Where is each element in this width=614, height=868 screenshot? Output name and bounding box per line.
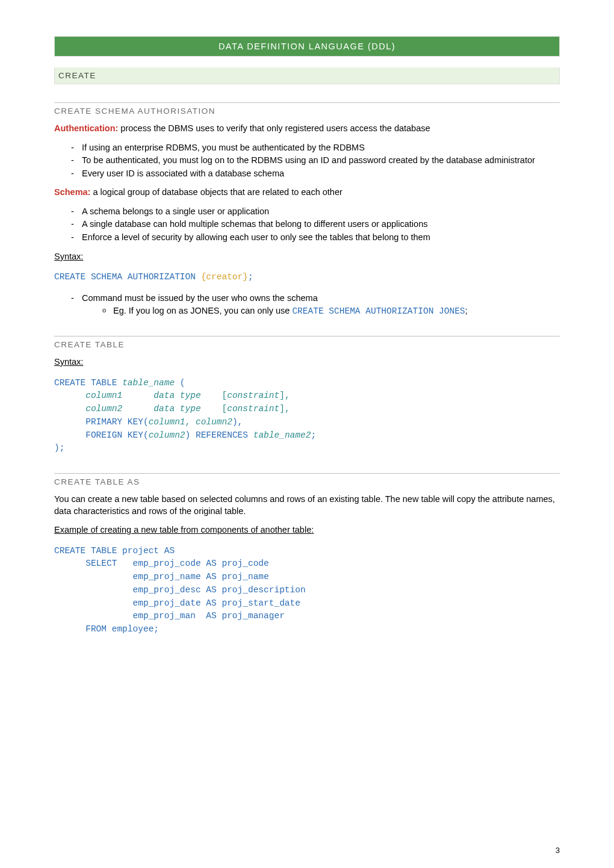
code-text: table_name2 — [253, 430, 311, 440]
section-create-heading: CREATE — [54, 67, 560, 84]
issued-text: Command must be issued by the user who o… — [82, 293, 318, 303]
rule — [54, 473, 560, 474]
code-text: data type — [154, 404, 200, 414]
eg-list: Eg. If you log on as JONES, you can only… — [82, 305, 560, 318]
page-container: DATA DEFINITION LANGUAGE (DDL) CREATE CR… — [0, 0, 614, 868]
code-text: ), — [232, 417, 243, 427]
syntax-label-1: Syntax: — [54, 251, 560, 263]
code-text — [201, 391, 222, 400]
auth-bullet-list: If using an enterprise RDBMS, you must b… — [54, 142, 560, 180]
code-line: FROM employee; — [54, 624, 159, 634]
ctas-paragraph: You can create a new table based on sele… — [54, 494, 560, 517]
code-line: emp_proj_name AS proj_name — [54, 572, 269, 581]
subhead-create-table: CREATE TABLE — [54, 340, 560, 349]
schema-auth-title: CREATE SCHEMA AUTHORISATION — [54, 107, 216, 116]
eg-code: CREATE SCHEMA AUTHORIZATION JONES — [292, 306, 465, 316]
subhead-schema-auth: CREATE SCHEMA AUTHORISATION — [54, 107, 560, 116]
code-create-table: CREATE TABLE table_name ( column1 data t… — [54, 377, 560, 456]
syntax-underline-1: Syntax: — [54, 252, 83, 261]
code-text: data type — [154, 391, 200, 400]
code-text: [ — [222, 404, 228, 414]
create-table-title: CREATE TABLE — [54, 340, 125, 349]
banner-title: DATA DEFINITION LANGUAGE (DDL) — [219, 42, 395, 51]
auth-paragraph: Authentication: process the DBMS uses to… — [54, 123, 560, 135]
syntax-label-2: Syntax: — [54, 356, 560, 368]
code-text: ], — [279, 391, 290, 400]
code-text: table_name — [122, 378, 175, 388]
main-banner: DATA DEFINITION LANGUAGE (DDL) — [54, 36, 560, 57]
code-line: emp_proj_desc AS proj_description — [54, 585, 306, 595]
schema-bullet-list: A schema belongs to a single user or app… — [54, 206, 560, 244]
code-text: PRIMARY KEY( — [54, 417, 149, 427]
subhead-create-table-as: CREATE TABLE AS — [54, 477, 560, 486]
code-text: [ — [222, 391, 228, 400]
code-text: ( — [175, 378, 185, 388]
schema-text: a logical group of database objects that… — [90, 187, 342, 197]
example-underline: Example of creating a new table from com… — [54, 525, 314, 535]
list-item: Every user ID is associated with a datab… — [71, 168, 560, 180]
code-param: {creator} — [201, 272, 248, 282]
list-item: A single database can hold multiple sche… — [71, 219, 560, 231]
rule — [54, 102, 560, 103]
auth-text: process the DBMS uses to verify that onl… — [118, 123, 430, 133]
auth-label: Authentication: — [54, 123, 118, 133]
code-text: column2 — [85, 404, 122, 414]
list-item: To be authenticated, you must log on to … — [71, 155, 560, 167]
code-text — [201, 404, 222, 414]
code-text — [54, 404, 85, 414]
code-line: CREATE TABLE project AS — [54, 546, 175, 556]
syntax-underline-2: Syntax: — [54, 357, 83, 367]
code-text: constraint — [227, 404, 279, 414]
example-label: Example of creating a new table from com… — [54, 524, 560, 536]
code-text — [122, 404, 154, 414]
code-text: CREATE SCHEMA AUTHORIZATION — [54, 272, 201, 282]
schema-label: Schema: — [54, 187, 90, 197]
code-line: emp_proj_date AS proj_start_date — [54, 598, 300, 608]
list-item: Eg. If you log on as JONES, you can only… — [102, 305, 560, 318]
code-text: ], — [279, 404, 290, 414]
list-item: Command must be issued by the user who o… — [71, 293, 560, 318]
page-number: 3 — [556, 846, 560, 855]
code-text: CREATE TABLE — [54, 378, 122, 388]
list-item: A schema belongs to a single user or app… — [71, 206, 560, 218]
code-text: constraint — [227, 391, 279, 400]
code-text: column1 — [149, 417, 185, 427]
code-line: emp_proj_man AS proj_manager — [54, 611, 285, 621]
code-text: , — [185, 417, 196, 427]
code-text — [54, 391, 85, 400]
create-title: CREATE — [58, 71, 96, 80]
rule — [54, 336, 560, 336]
list-item: Enforce a level of security by allowing … — [71, 232, 560, 244]
code-text: column2 — [149, 430, 185, 440]
code-text: ); — [54, 443, 64, 453]
code-text: FOREIGN KEY( — [54, 430, 149, 440]
code-text: ) REFERENCES — [185, 430, 253, 440]
code-text: column1 — [85, 391, 122, 400]
code-text: column2 — [196, 417, 232, 427]
code-create-table-as: CREATE TABLE project AS SELECT emp_proj_… — [54, 545, 560, 636]
code-line: SELECT emp_proj_code AS proj_code — [54, 559, 269, 568]
schema-paragraph: Schema: a logical group of database obje… — [54, 187, 560, 199]
code-semicolon: ; — [248, 272, 253, 282]
issued-list: Command must be issued by the user who o… — [54, 293, 560, 318]
eg-prefix: Eg. If you log on as JONES, you can only… — [113, 306, 292, 315]
code-schema-auth: CREATE SCHEMA AUTHORIZATION {creator}; — [54, 271, 560, 284]
code-text: ; — [311, 430, 316, 440]
list-item: If using an enterprise RDBMS, you must b… — [71, 142, 560, 154]
code-text — [122, 391, 154, 400]
create-table-as-title: CREATE TABLE AS — [54, 477, 140, 486]
eg-semicolon: ; — [465, 306, 468, 315]
